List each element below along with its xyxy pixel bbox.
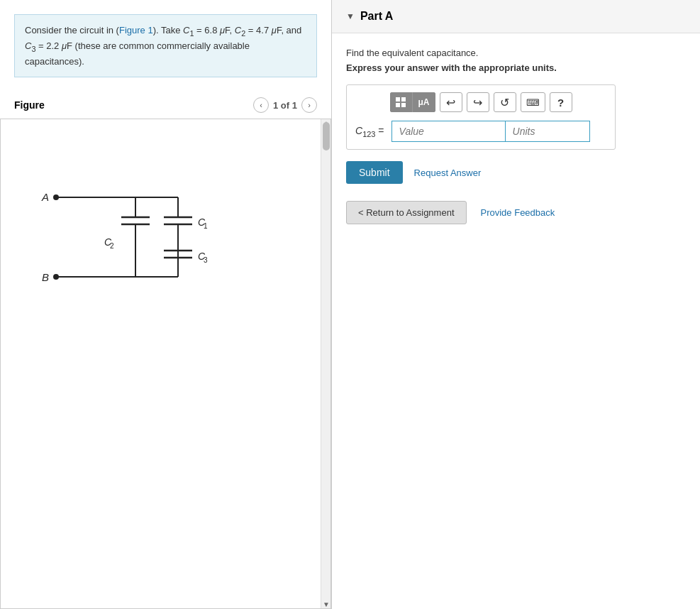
figure-next-button[interactable]: › bbox=[301, 97, 317, 113]
svg-text:2: 2 bbox=[110, 242, 114, 250]
find-equivalent-text: Find the equivalent capacitance. bbox=[346, 48, 686, 58]
answer-box: μA ↩ ↪ ↺ ⌨ ? C123 = bbox=[346, 84, 616, 150]
svg-rect-25 bbox=[396, 97, 400, 102]
svg-rect-27 bbox=[396, 103, 400, 107]
submit-button[interactable]: Submit bbox=[346, 161, 403, 184]
keyboard-button[interactable]: ⌨ bbox=[521, 92, 545, 112]
left-panel: Consider the circuit in (Figure 1). Take… bbox=[0, 0, 332, 609]
figure-canvas: A B C 1 bbox=[0, 119, 331, 609]
vertical-scrollbar[interactable]: ▲ ▼ bbox=[321, 119, 330, 608]
scroll-down-arrow[interactable]: ▼ bbox=[321, 600, 331, 608]
svg-rect-26 bbox=[401, 97, 406, 102]
node-a-label: A bbox=[41, 191, 49, 203]
express-units-text: Express your answer with the appropriate… bbox=[346, 62, 686, 73]
figure-header: Figure ‹ 1 of 1 › bbox=[0, 92, 331, 119]
request-answer-link[interactable]: Request Answer bbox=[414, 168, 482, 178]
figure-title: Figure bbox=[14, 99, 45, 111]
collapse-arrow-icon[interactable]: ▼ bbox=[346, 11, 355, 21]
units-input[interactable] bbox=[505, 121, 590, 142]
node-b-label: B bbox=[42, 271, 49, 283]
mu-a-button[interactable]: μA bbox=[413, 92, 435, 112]
redo-button[interactable]: ↪ bbox=[467, 92, 489, 112]
grid-icon-button[interactable] bbox=[390, 92, 413, 112]
c123-label: C123 = bbox=[355, 125, 384, 138]
part-title: Part A bbox=[360, 10, 394, 23]
value-input[interactable] bbox=[391, 121, 505, 142]
scroll-thumb[interactable] bbox=[323, 122, 330, 150]
svg-text:3: 3 bbox=[204, 256, 208, 264]
part-content: Find the equivalent capacitance. Express… bbox=[332, 33, 700, 238]
circuit-diagram: A B C 1 bbox=[22, 141, 277, 304]
return-to-assignment-button[interactable]: < Return to Assignment bbox=[346, 201, 467, 224]
figure-section: Figure ‹ 1 of 1 › A B bbox=[0, 92, 331, 609]
toolbar-icon-group: μA bbox=[390, 92, 435, 112]
right-panel: ▼ Part A Find the equivalent capacitance… bbox=[332, 0, 700, 609]
figure-prev-button[interactable]: ‹ bbox=[253, 97, 269, 113]
svg-text:1: 1 bbox=[204, 222, 208, 230]
help-button[interactable]: ? bbox=[550, 92, 572, 112]
figure-link[interactable]: Figure 1 bbox=[119, 25, 153, 35]
input-row: C123 = bbox=[355, 121, 606, 142]
reset-button[interactable]: ↺ bbox=[494, 92, 516, 112]
problem-description: Consider the circuit in (Figure 1). Take… bbox=[14, 14, 317, 77]
undo-button[interactable]: ↩ bbox=[440, 92, 462, 112]
action-row: < Return to Assignment Provide Feedback bbox=[346, 201, 686, 224]
submit-row: Submit Request Answer bbox=[346, 161, 686, 184]
figure-nav: ‹ 1 of 1 › bbox=[253, 97, 317, 113]
svg-rect-28 bbox=[401, 103, 406, 107]
toolbar: μA ↩ ↪ ↺ ⌨ ? bbox=[355, 92, 606, 112]
provide-feedback-link[interactable]: Provide Feedback bbox=[481, 207, 555, 218]
part-header: ▼ Part A bbox=[332, 0, 700, 33]
figure-page: 1 of 1 bbox=[273, 100, 297, 111]
